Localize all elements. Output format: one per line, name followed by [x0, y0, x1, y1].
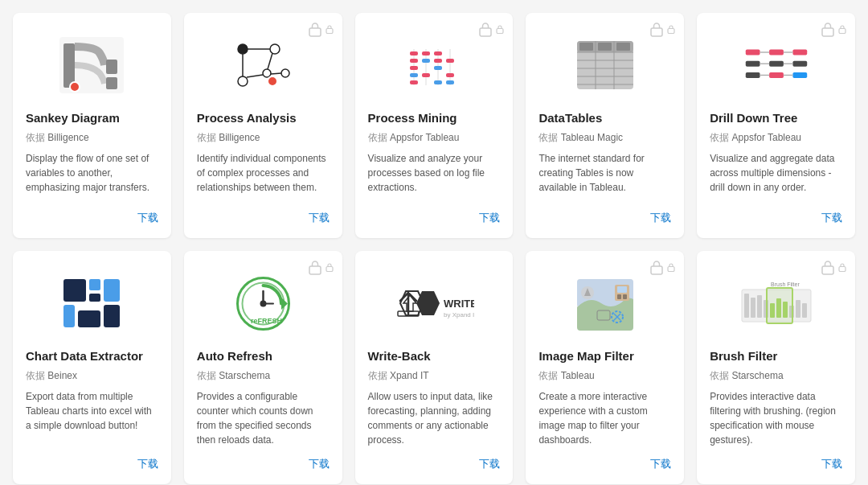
card-datatables: DataTables 依据 Tableau Magic The internet…	[526, 13, 684, 238]
svg-rect-40	[668, 29, 674, 34]
svg-rect-52	[616, 43, 630, 51]
card-description: Provides interactive data filtering with…	[710, 389, 842, 447]
download-button[interactable]: 下载	[197, 211, 330, 225]
svg-rect-78	[326, 267, 333, 272]
card-title: Auto Refresh	[197, 349, 330, 363]
card-title: Process Mining	[368, 111, 501, 125]
card-icon	[197, 29, 330, 101]
card-image-map-filter: Image Map Filter 依据 Tableau Create a mor…	[526, 251, 684, 484]
svg-rect-39	[651, 28, 662, 36]
svg-rect-106	[822, 266, 833, 274]
lock-icon	[649, 259, 676, 275]
svg-rect-33	[410, 73, 418, 77]
svg-rect-102	[597, 310, 610, 320]
svg-rect-1	[63, 43, 75, 88]
card-author: 依据 Billigence	[197, 131, 330, 145]
card-author: 依据 Tableau	[538, 369, 671, 383]
card-description: Provides a configurable counter which co…	[197, 389, 330, 447]
svg-point-11	[281, 69, 289, 77]
svg-line-16	[268, 53, 272, 69]
svg-rect-109	[744, 294, 749, 318]
svg-point-8	[270, 44, 280, 54]
lock-icon	[649, 21, 676, 37]
svg-rect-63	[792, 72, 807, 78]
svg-rect-37	[434, 80, 442, 84]
svg-rect-97	[617, 286, 627, 293]
card-icon: W WRITEBACK by Xpand IT	[368, 267, 501, 339]
card-description: Identify individual components of comple…	[197, 151, 330, 201]
card-title: Chart Data Extractor	[26, 349, 158, 363]
card-icon	[710, 29, 842, 101]
svg-text:Brush Filter: Brush Filter	[771, 282, 800, 287]
svg-rect-55	[745, 49, 760, 55]
svg-rect-119	[767, 288, 792, 323]
card-grid-row2: Chart Data Extractor 依据 Beinex Export da…	[13, 251, 855, 484]
card-process-mining: Process Mining 依据 Appsfor Tableau Visual…	[355, 13, 514, 238]
card-process-analysis: Process Analysis 依据 Billigence Identify …	[184, 13, 342, 238]
svg-rect-57	[745, 72, 760, 78]
card-icon: Brush Filter	[710, 267, 842, 339]
svg-marker-81	[281, 298, 288, 310]
svg-point-9	[238, 76, 248, 86]
svg-rect-93	[668, 267, 674, 272]
lock-icon	[820, 21, 847, 37]
download-button[interactable]: 下载	[538, 211, 671, 225]
card-author: 依据 Appsfor Tableau	[368, 131, 501, 145]
svg-rect-72	[104, 279, 120, 302]
svg-rect-29	[434, 59, 442, 63]
card-write-back: W WRITEBACK by Xpand IT Write-Back 依据 Xp…	[355, 251, 514, 484]
svg-rect-5	[309, 28, 321, 36]
svg-rect-110	[751, 298, 755, 318]
svg-rect-77	[309, 266, 321, 274]
card-description: Display the flow of one set of variables…	[26, 151, 158, 201]
svg-rect-19	[497, 29, 503, 34]
card-title: Brush Filter	[710, 349, 842, 363]
lock-icon	[820, 259, 847, 275]
card-description: Visualize and aggregate data across mult…	[710, 151, 842, 201]
card-author: 依据 Billigence	[26, 131, 158, 145]
card-title: DataTables	[538, 111, 671, 125]
card-auto-refresh: reFRESH Auto Refresh 依据 Starschema Provi…	[184, 251, 342, 484]
svg-rect-70	[63, 279, 86, 302]
svg-point-7	[238, 44, 248, 54]
card-author: 依据 Tableau Magic	[538, 131, 671, 145]
card-description: The internet standard for creating Table…	[538, 151, 671, 201]
svg-rect-111	[757, 295, 762, 318]
download-button[interactable]: 下载	[538, 457, 671, 471]
svg-rect-3	[106, 77, 117, 89]
svg-rect-58	[769, 49, 784, 55]
card-author: 依据 Xpand IT	[368, 369, 501, 383]
download-button[interactable]: 下载	[26, 457, 158, 471]
svg-rect-27	[410, 59, 418, 63]
card-icon	[368, 29, 501, 101]
card-title: Write-Back	[368, 349, 501, 363]
download-button[interactable]: 下载	[26, 211, 158, 225]
svg-point-4	[70, 82, 80, 92]
svg-point-10	[263, 69, 271, 77]
card-title: Process Analysis	[197, 111, 330, 125]
svg-rect-31	[410, 66, 418, 70]
svg-rect-54	[839, 29, 845, 34]
card-description: Visualize and analyze your processes bas…	[368, 151, 501, 201]
svg-rect-36	[410, 80, 418, 84]
svg-rect-74	[63, 305, 75, 327]
download-button[interactable]: 下载	[710, 211, 842, 225]
download-button[interactable]: 下载	[197, 457, 330, 471]
svg-rect-25	[422, 51, 430, 55]
card-title: Sankey Diagram	[26, 111, 158, 125]
svg-rect-99	[623, 294, 627, 299]
svg-rect-98	[617, 294, 621, 299]
card-icon: reFRESH	[197, 267, 330, 339]
download-button[interactable]: 下载	[368, 457, 501, 471]
svg-line-14	[247, 75, 263, 77]
card-sankey-diagram: Sankey Diagram 依据 Billigence Display the…	[13, 13, 171, 238]
download-button[interactable]: 下载	[368, 211, 501, 225]
card-brush-filter: Brush Filter Brush Filter 依据 Starschema …	[697, 251, 855, 484]
card-icon	[538, 29, 671, 101]
card-description: Export data from multiple Tableau charts…	[26, 389, 158, 447]
download-button[interactable]: 下载	[710, 457, 842, 471]
card-chart-data-extractor: Chart Data Extractor 依据 Beinex Export da…	[13, 251, 171, 484]
svg-rect-92	[651, 266, 662, 274]
svg-rect-18	[480, 28, 491, 36]
svg-rect-28	[422, 59, 430, 63]
